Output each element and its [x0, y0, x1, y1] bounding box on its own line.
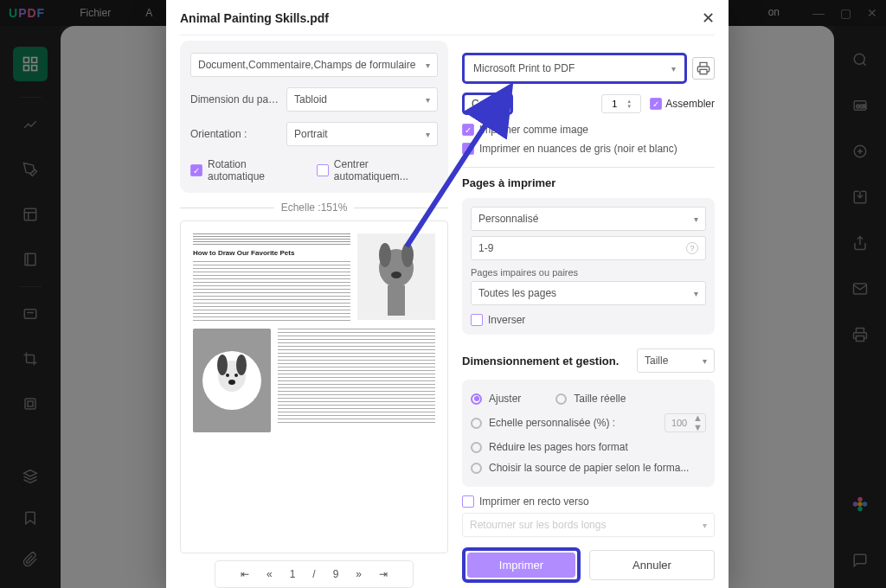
duplex-checkbox[interactable] — [462, 495, 474, 508]
auto-center-checkbox[interactable] — [317, 164, 329, 176]
svg-point-23 — [857, 502, 863, 507]
form-icon[interactable] — [19, 203, 42, 226]
menu-fichier[interactable]: Fichier — [80, 7, 111, 19]
paper-size-select[interactable]: Tabloid — [286, 87, 438, 112]
duplex-mode-select: Retourner sur les bords longs — [462, 513, 715, 537]
print-button[interactable]: Imprimer — [467, 553, 575, 578]
compress-icon[interactable] — [19, 393, 42, 415]
fit-radio[interactable] — [471, 393, 482, 405]
shrink-radio[interactable] — [471, 442, 482, 453]
svg-point-24 — [857, 497, 863, 502]
ai-flower-icon[interactable] — [851, 495, 870, 518]
pager-current: 1 — [285, 566, 301, 582]
crop-icon[interactable] — [19, 348, 42, 370]
svg-rect-7 — [25, 253, 35, 265]
svg-rect-42 — [700, 69, 707, 74]
print-dialog: Animal Painting Skills.pdf ✕ Document,Co… — [166, 0, 729, 588]
attachment-icon[interactable] — [19, 548, 42, 571]
svg-rect-1 — [32, 58, 37, 63]
search-icon[interactable] — [852, 52, 868, 72]
orientation-select[interactable]: Portrait — [286, 122, 438, 146]
pager-sep: / — [307, 566, 320, 582]
svg-point-39 — [226, 374, 229, 377]
sizing-mode-select[interactable]: Taille — [637, 348, 715, 373]
ocr-icon[interactable]: OCR — [852, 98, 868, 118]
odd-even-select[interactable]: Toutes les pages — [471, 281, 706, 305]
mail-icon[interactable] — [852, 281, 868, 301]
copies-stepper[interactable]: ▲▼ — [601, 94, 641, 113]
fit-label: Ajuster — [489, 393, 521, 405]
svg-text:OCR: OCR — [857, 104, 867, 109]
assemble-checkbox[interactable] — [650, 98, 662, 110]
orientation-label: Orientation : — [190, 128, 281, 140]
custom-scale-stepper[interactable]: 100 ▲▼ — [664, 413, 706, 432]
paper-source-radio[interactable] — [471, 463, 482, 474]
pages-section-title: Pages à imprimer — [462, 176, 715, 189]
cancel-button[interactable]: Annuler — [589, 550, 715, 580]
printer-settings-icon[interactable] — [692, 57, 715, 80]
window-maximize-icon[interactable]: ▢ — [840, 6, 851, 20]
page-navigator: ⇤ « 1 / 9 » ⇥ — [215, 560, 414, 588]
page-range-input[interactable]: 1-9 ? — [471, 236, 706, 260]
grayscale-label: Imprimer en nuances de gris (noir et bla… — [479, 143, 677, 155]
highlight-icon[interactable] — [19, 113, 42, 136]
svg-point-41 — [228, 380, 235, 385]
svg-point-13 — [854, 54, 864, 64]
svg-rect-0 — [24, 58, 29, 63]
chat-icon[interactable] — [852, 553, 868, 572]
pen-icon[interactable] — [19, 158, 42, 181]
export-icon[interactable] — [852, 189, 868, 209]
left-toolbar — [0, 26, 61, 588]
pager-last-icon[interactable]: ⇥ — [374, 566, 393, 582]
page-range-mode-select[interactable]: Personnalisé — [471, 207, 706, 231]
custom-scale-label: Echelle personnalisée (%) : — [489, 417, 615, 429]
share-icon[interactable] — [852, 235, 868, 255]
pager-total: 9 — [328, 566, 344, 582]
paper-size-label: Dimension du papi... — [190, 93, 281, 105]
odd-even-label: Pages impaires ou paires — [471, 267, 706, 278]
right-toolbar: OCR — [834, 26, 886, 588]
printer-select[interactable]: Microsoft Print to PDF — [466, 57, 683, 80]
svg-rect-33 — [388, 285, 405, 316]
svg-point-32 — [391, 272, 401, 278]
bookmark-icon[interactable] — [19, 507, 42, 529]
svg-point-26 — [857, 507, 863, 512]
window-close-icon[interactable]: ✕ — [867, 6, 877, 20]
help-icon[interactable]: ? — [686, 242, 698, 254]
menu-a[interactable]: A — [145, 7, 152, 19]
pager-prev-icon[interactable]: « — [261, 566, 278, 582]
pager-next-icon[interactable]: » — [350, 566, 367, 582]
copies-label: Copies — [472, 98, 504, 110]
svg-point-30 — [379, 243, 391, 267]
custom-scale-radio[interactable] — [471, 418, 482, 429]
svg-point-27 — [853, 502, 858, 507]
actual-size-label: Taille réelle — [574, 393, 626, 405]
shrink-label: Réduire les pages hors format — [489, 441, 628, 453]
reverse-checkbox[interactable] — [471, 314, 483, 326]
svg-marker-12 — [24, 470, 37, 477]
svg-rect-2 — [24, 66, 29, 71]
print-icon[interactable] — [852, 327, 868, 347]
page-preview: How to Draw Our Favorite Pets — [180, 220, 448, 553]
copies-input[interactable] — [602, 99, 626, 109]
thumbnails-icon[interactable] — [13, 47, 48, 81]
auto-rotate-checkbox[interactable] — [190, 164, 202, 176]
close-icon[interactable]: ✕ — [702, 9, 715, 28]
app-logo: UPDF — [9, 6, 45, 20]
pager-first-icon[interactable]: ⇤ — [235, 566, 254, 582]
svg-point-25 — [863, 502, 868, 507]
page-icon[interactable] — [19, 248, 42, 271]
redact-icon[interactable] — [19, 303, 42, 325]
menu-on-suffix: on — [768, 6, 780, 20]
reverse-label: Inverser — [488, 314, 525, 326]
content-type-select[interactable]: Document,Commentaire,Champs de formulair… — [190, 53, 438, 77]
grayscale-checkbox[interactable] — [462, 143, 474, 155]
actual-size-radio[interactable] — [555, 393, 567, 405]
scale-label: Echelle :151% — [281, 201, 348, 214]
print-as-image-checkbox[interactable] — [462, 124, 474, 136]
window-minimize-icon[interactable]: ― — [812, 6, 825, 20]
circle-plus-icon[interactable] — [852, 144, 868, 163]
svg-point-38 — [236, 355, 247, 375]
svg-rect-3 — [32, 66, 37, 71]
layers-icon[interactable] — [19, 465, 42, 488]
